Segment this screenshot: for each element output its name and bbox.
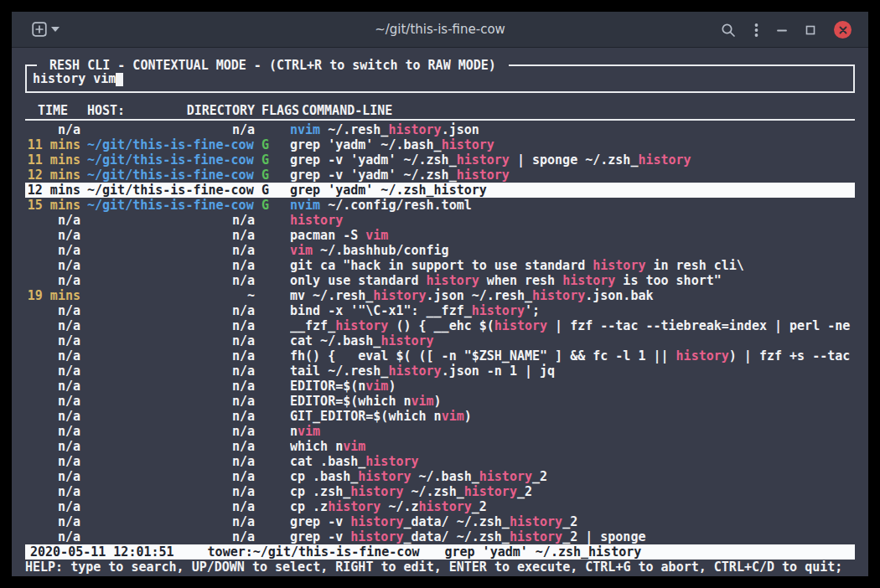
command-segment: ~/.config/resh.toml — [320, 198, 472, 213]
command-segment: in resh cli\ — [645, 258, 743, 273]
row-flags — [261, 258, 290, 273]
command-segment: ~/.bashhub/config — [313, 243, 449, 258]
command-segment: | sponge ~/.zsh_ — [510, 152, 639, 168]
row-command: only use standard history when resh hist… — [290, 273, 855, 288]
row-time: 11 mins — [25, 152, 80, 168]
history-row[interactable]: 15 mins~/git/this-is-fine-cowGnvim ~/.co… — [25, 198, 855, 213]
history-row[interactable]: n/an/awhich nvim — [25, 439, 855, 454]
row-directory: n/a — [87, 318, 255, 333]
command-segment: grep -v 'yadm' ~/.zsh_ — [290, 152, 457, 168]
close-button[interactable] — [834, 21, 852, 39]
row-command: grep 'yadm' ~/.bash_history — [290, 137, 855, 152]
command-segment: ~/.resh_ — [320, 122, 388, 137]
history-row[interactable]: n/an/acat .bash_history — [25, 454, 855, 469]
text-cursor — [116, 72, 123, 86]
row-command: fh() { eval $( ([ -n "$ZSH_NAME" ] && fc… — [290, 348, 855, 364]
command-segment: grep -v — [290, 514, 350, 529]
row-command: bind -x '"\C-x1": __fzf_history'; — [290, 303, 855, 318]
status-datetime: 2020-05-11 12:01:51 — [30, 544, 174, 560]
command-segment: history — [380, 333, 433, 348]
command-segment: history — [365, 454, 418, 469]
row-directory: n/a — [87, 454, 255, 469]
history-row[interactable]: 11 mins~/git/this-is-fine-cowGgrep -v 'y… — [25, 152, 855, 168]
command-segment: cp .z — [290, 499, 328, 514]
row-command: grep -v history_data/ ~/.zsh_history_2 — [290, 514, 855, 529]
history-row[interactable]: n/an/acp .zsh_history ~/.zsh_history_2 — [25, 484, 855, 499]
history-row[interactable]: n/an/acp .bash_history ~/.bash_history_2 — [25, 469, 855, 484]
command-segment: _2 — [562, 514, 577, 529]
row-command: nvim ~/.resh_history.json — [290, 122, 855, 137]
command-segment: EDITOR=$(which n — [290, 394, 412, 409]
row-directory: n/a — [87, 529, 255, 544]
command-segment: history — [479, 469, 532, 484]
row-command: cat ~/.bash_history — [290, 333, 855, 348]
row-time: n/a — [25, 409, 80, 424]
row-time: n/a — [25, 469, 80, 484]
history-row[interactable]: n/an/anvim ~/.resh_history.json — [25, 122, 855, 137]
history-row[interactable]: n/an/a__fzf_history () { __ehc $(history… — [25, 318, 855, 333]
row-command: __fzf_history () { __ehc $(history | fzf… — [290, 318, 855, 333]
row-time: n/a — [25, 213, 80, 228]
history-row[interactable]: n/an/aGIT_EDITOR=$(which nvim) — [25, 409, 855, 424]
command-segment: ) — [434, 394, 442, 409]
history-row[interactable]: 11 mins~/git/this-is-fine-cowGgrep 'yadm… — [25, 137, 855, 152]
command-segment: pacman -S — [290, 228, 365, 243]
row-time: n/a — [25, 258, 80, 273]
row-command: GIT_EDITOR=$(which nvim) — [290, 409, 855, 424]
command-segment: vim — [365, 228, 388, 243]
row-flags: G — [261, 198, 290, 213]
row-time: n/a — [25, 318, 80, 333]
history-row[interactable]: n/an/aEDITOR=$(which nvim) — [25, 394, 855, 409]
row-flags — [261, 364, 290, 379]
command-segment: ~/.bash_ — [412, 469, 479, 484]
row-directory: n/a — [87, 424, 255, 439]
titlebar[interactable]: ~/git/this-is-fine-cow — [12, 12, 868, 48]
dropdown-caret-icon — [51, 27, 60, 32]
command-segment: git ca "hack in support to use standard — [290, 258, 593, 273]
history-row[interactable]: n/an/agrep -v history_data/ ~/.zsh_histo… — [25, 529, 855, 544]
close-button-circle — [834, 21, 852, 39]
command-segment: history — [472, 303, 525, 318]
history-row-selected[interactable]: 12 mins~/git/this-is-fine-cowGgrep 'yadm… — [25, 183, 855, 198]
terminal-window: ~/git/this-is-fine-cow — [12, 12, 868, 576]
command-segment: _2 | sponge — [562, 529, 645, 544]
new-terminal-button[interactable] — [32, 22, 60, 37]
history-row[interactable]: n/an/afh() { eval $( ([ -n "$ZSH_NAME" ]… — [25, 348, 855, 364]
command-segment: _2 — [517, 484, 532, 499]
row-time: n/a — [25, 348, 80, 364]
row-flags — [261, 213, 290, 228]
history-row[interactable]: n/an/aEDITOR=$(nvim) — [25, 379, 855, 394]
search-input[interactable]: history vim — [33, 71, 116, 86]
history-row[interactable]: n/an/aonly use standard history when res… — [25, 273, 855, 288]
row-command: grep -v 'yadm' ~/.zsh_history — [290, 168, 855, 183]
history-row[interactable]: n/an/agit ca "hack in support to use sta… — [25, 258, 855, 273]
command-segment: ) — [464, 409, 472, 424]
menu-button[interactable] — [754, 23, 758, 38]
history-row[interactable]: 19 mins~mv ~/.resh_history.json ~/.resh_… — [25, 288, 855, 303]
row-flags: G — [261, 137, 290, 152]
resh-search-box[interactable]: RESH CLI - CONTEXTUAL MODE - (CTRL+R to … — [25, 64, 855, 93]
history-row[interactable]: n/an/acat ~/.bash_history — [25, 333, 855, 348]
row-directory: n/a — [87, 499, 255, 514]
history-row[interactable]: n/an/avim ~/.bashhub/config — [25, 243, 855, 258]
history-row[interactable]: 12 mins~/git/this-is-fine-cowGgrep -v 'y… — [25, 168, 855, 183]
history-row[interactable]: n/an/acp .zhistory ~/.zhistory_2 — [25, 499, 855, 514]
command-segment: .json ~/.resh_ — [427, 288, 532, 303]
history-row[interactable]: n/an/agrep -v history_data/ ~/.zsh_histo… — [25, 514, 855, 529]
history-row[interactable]: n/an/anvim — [25, 424, 855, 439]
command-segment: vim — [365, 379, 388, 394]
row-directory: ~/git/this-is-fine-cow — [87, 137, 255, 152]
restore-button[interactable] — [805, 25, 815, 35]
history-row[interactable]: n/an/atail ~/.resh_history.json -n 1 | j… — [25, 364, 855, 379]
history-row[interactable]: n/an/apacman -S vim — [25, 228, 855, 243]
command-segment: GIT_EDITOR=$(which n — [290, 409, 442, 424]
history-row[interactable]: n/an/abind -x '"\C-x1": __fzf_history'; — [25, 303, 855, 318]
history-row[interactable]: n/an/ahistory — [25, 213, 855, 228]
row-command: git ca "hack in support to use standard … — [290, 258, 855, 273]
command-segment: cat ~/.bash_ — [290, 333, 380, 348]
row-directory: n/a — [87, 122, 255, 137]
command-segment: _2 — [472, 499, 487, 514]
search-button[interactable] — [721, 23, 736, 38]
command-segment: only use standard — [290, 273, 427, 288]
minimize-button[interactable] — [777, 25, 787, 35]
